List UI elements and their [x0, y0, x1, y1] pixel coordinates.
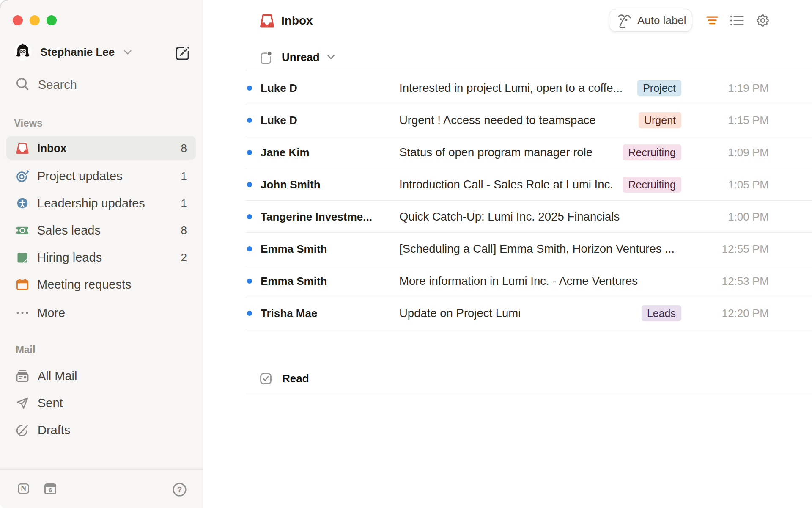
- svg-text:6: 6: [49, 486, 52, 494]
- svg-text:N: N: [21, 484, 27, 493]
- svg-text:?: ?: [177, 485, 182, 494]
